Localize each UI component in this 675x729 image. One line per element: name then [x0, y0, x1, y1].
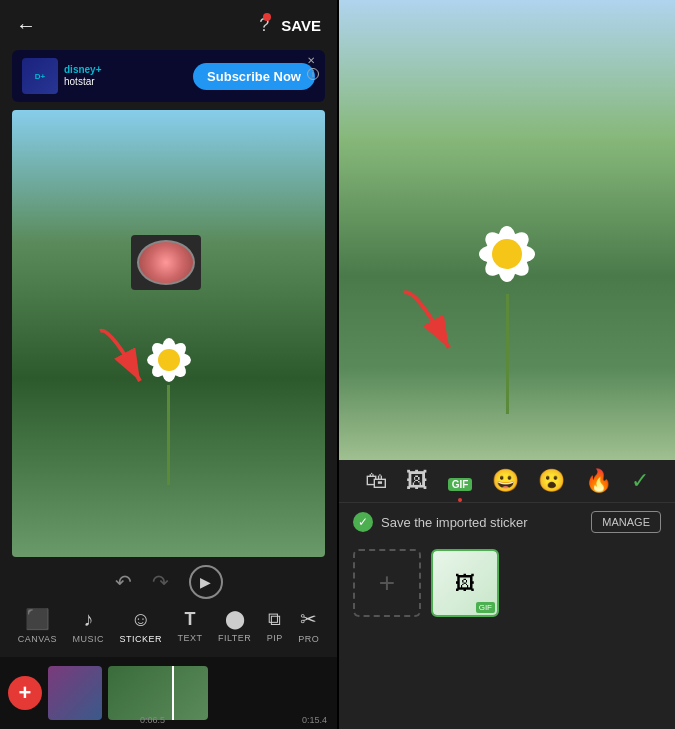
add-sticker-button[interactable]: +	[353, 549, 421, 617]
help-button[interactable]: ?	[259, 15, 269, 36]
ad-close-x[interactable]: ✕	[307, 56, 319, 66]
tool-canvas[interactable]: ⬛ CANVAS	[18, 607, 57, 644]
music-label: MUSIC	[73, 634, 105, 644]
sticker-panel: 🛍 🖼 GIF 😀 😮 🔥 ✓ ✓ Save the imported stic…	[339, 460, 675, 729]
timeline-time-current: 0:06.5	[140, 715, 165, 725]
text-label: TEXT	[177, 633, 202, 643]
sticker-icon: ☺	[131, 608, 151, 631]
sticker-tool-image[interactable]: 🖼	[406, 468, 428, 494]
canvas-label: CANVAS	[18, 634, 57, 644]
right-panel: 🛍 🖼 GIF 😀 😮 🔥 ✓ ✓ Save the imported stic…	[339, 0, 675, 729]
sticker-label: STICKER	[119, 634, 162, 644]
left-header: ← ? SAVE	[0, 0, 337, 50]
gif-badge: GIF	[448, 478, 473, 491]
flower-center-right	[492, 239, 522, 269]
bottom-controls: ↶ ↷ ▶ ⬛ CANVAS ♪ MUSIC ☺ STICKER T TEXT	[0, 557, 337, 657]
notification-dot	[263, 13, 271, 21]
filter-label: FILTER	[218, 633, 251, 643]
flower-stem-right	[506, 294, 509, 414]
tool-bar: ⬛ CANVAS ♪ MUSIC ☺ STICKER T TEXT ⬤ FILT…	[0, 607, 337, 644]
ad-logo: D+ disney+ hotstar	[22, 58, 102, 94]
sticker-tool-check[interactable]: ✓	[631, 468, 649, 494]
clip-thumbnail-2[interactable]	[108, 666, 208, 720]
sticker-thumbnail-1[interactable]: 🖼 GIF	[431, 549, 499, 617]
canvas-icon: ⬛	[25, 607, 50, 631]
ad-close[interactable]: ✕ i	[307, 56, 319, 80]
pip-label: PIP	[267, 633, 283, 643]
playhead	[172, 666, 174, 720]
right-video-preview	[339, 0, 675, 460]
sticker-tool-fire[interactable]: 🔥	[585, 468, 612, 494]
sticker-tool-emoji1[interactable]: 😀	[492, 468, 519, 494]
ad-banner: D+ disney+ hotstar Subscribe Now ✕ i	[12, 50, 325, 102]
timeline: + 0:06.5 0:15.4	[0, 657, 337, 729]
add-clip-button[interactable]: +	[8, 676, 42, 710]
arrow-overlay-right	[389, 278, 479, 368]
clip-thumbnail-1[interactable]	[48, 666, 102, 720]
tool-sticker[interactable]: ☺ STICKER	[119, 608, 162, 644]
hotstar-logo: D+	[22, 58, 58, 94]
ad-brand-text: disney+ hotstar	[64, 64, 102, 88]
manage-button[interactable]: MANAGE	[591, 511, 661, 533]
back-button[interactable]: ←	[16, 14, 36, 37]
pip-icon: ⧉	[268, 609, 281, 630]
music-icon: ♪	[83, 608, 93, 631]
save-button[interactable]: SAVE	[281, 17, 321, 34]
arrow-svg-right	[389, 278, 479, 368]
sticker-info-text: Save the imported sticker	[381, 515, 528, 530]
text-icon: T	[184, 609, 195, 630]
timeline-time-total: 0:15.4	[302, 715, 327, 725]
sticker-info-left: ✓ Save the imported sticker	[353, 512, 528, 532]
play-button[interactable]: ▶	[189, 565, 223, 599]
sticker-tool-gif[interactable]: GIF	[448, 468, 473, 494]
tool-pip[interactable]: ⧉ PIP	[267, 609, 283, 643]
undo-button[interactable]: ↶	[115, 570, 132, 594]
left-video-preview	[12, 110, 325, 557]
redo-button[interactable]: ↷	[152, 570, 169, 594]
arrow-overlay-left	[90, 321, 170, 401]
tool-filter[interactable]: ⬤ FILTER	[218, 608, 251, 643]
filter-icon: ⬤	[225, 608, 245, 630]
sticker-info-row: ✓ Save the imported sticker MANAGE	[339, 503, 675, 541]
ad-info-icon[interactable]: i	[307, 68, 319, 80]
sticker-grid: + 🖼 GIF	[339, 541, 675, 625]
tool-music[interactable]: ♪ MUSIC	[73, 608, 105, 644]
tool-text[interactable]: T TEXT	[177, 609, 202, 643]
header-right: ? SAVE	[259, 15, 321, 36]
pro-label: PRO	[298, 634, 319, 644]
playback-controls: ↶ ↷ ▶	[115, 565, 223, 599]
sticker-content	[137, 240, 195, 285]
sticker-thumb-badge: GIF	[476, 602, 495, 613]
pro-icon: ✂	[300, 607, 317, 631]
arrow-svg-left	[90, 321, 170, 401]
subscribe-button[interactable]: Subscribe Now	[193, 63, 315, 90]
sticker-tool-emoji2[interactable]: 😮	[538, 468, 565, 494]
left-panel: ← ? SAVE D+ disney+ hotstar Subscribe No…	[0, 0, 337, 729]
save-check-circle: ✓	[353, 512, 373, 532]
sticker-tool-bag[interactable]: 🛍	[365, 468, 387, 494]
sticker-overlay[interactable]	[131, 235, 201, 290]
sticker-toolbar: 🛍 🖼 GIF 😀 😮 🔥 ✓	[339, 460, 675, 503]
tool-pro[interactable]: ✂ PRO	[298, 607, 319, 644]
